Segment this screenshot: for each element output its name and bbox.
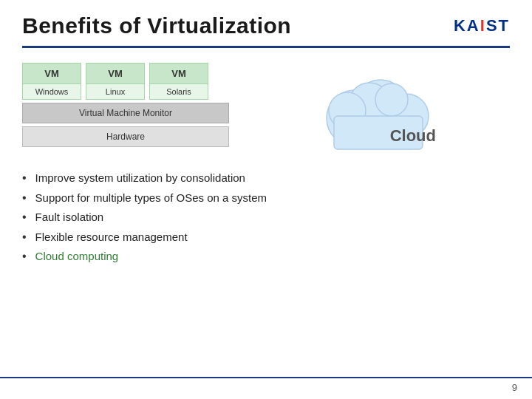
page-title: Benefits of Virtualization [22,13,291,38]
list-item: • Cloud computing [22,249,510,264]
list-item: • Flexible resource management [22,230,510,245]
cloud-label: Cloud [390,126,436,146]
vm-os-windows: Windows [22,84,81,100]
list-item: • Improve system utilization by consolid… [22,171,510,185]
vm-os-solaris: Solaris [149,84,208,100]
bullet-text-5: Cloud computing [35,249,119,264]
cloud-area: Cloud [244,63,510,159]
header: Benefits of Virtualization KAIST [0,0,532,46]
vm-box-linux: VM Linux [86,63,145,100]
bullet-text-3: Fault isolation [35,210,104,225]
vmm-bar: Virtual Machine Monitor [22,103,229,123]
vm-label-2: VM [86,63,145,84]
vm-boxes: VM Windows VM Linux VM Solaris [22,63,229,100]
vm-box-windows: VM Windows [22,63,81,100]
bullet-dot-3: • [22,211,27,224]
vm-diagram: VM Windows VM Linux VM Solaris Virtual M… [22,63,229,159]
vm-label-1: VM [22,63,81,84]
svg-point-5 [375,83,408,116]
bullet-dot-1: • [22,171,27,185]
hardware-bar: Hardware [22,126,229,147]
list-item: • Fault isolation [22,210,510,225]
page-number: 9 [512,382,517,393]
logo-text: KAIST [454,16,510,35]
list-item: • Support for multiple types of OSes on … [22,191,510,205]
bullet-list: • Improve system utilization by consolid… [0,159,532,276]
bullet-text-4: Flexible resource management [35,230,188,245]
footer-divider [0,377,532,378]
vm-os-linux: Linux [86,84,145,100]
main-content: VM Windows VM Linux VM Solaris Virtual M… [0,48,532,159]
bullet-dot-2: • [22,191,27,205]
bullet-dot-5: • [22,250,27,263]
bullet-text-2: Support for multiple types of OSes on a … [35,191,267,205]
vm-box-solaris: VM Solaris [149,63,208,100]
bullet-dot-4: • [22,231,27,244]
cloud-diagram: Cloud [303,63,451,159]
logo: KAIST [454,16,510,35]
vm-label-3: VM [149,63,208,84]
bullet-text-1: Improve system utilization by consolidat… [35,171,245,185]
